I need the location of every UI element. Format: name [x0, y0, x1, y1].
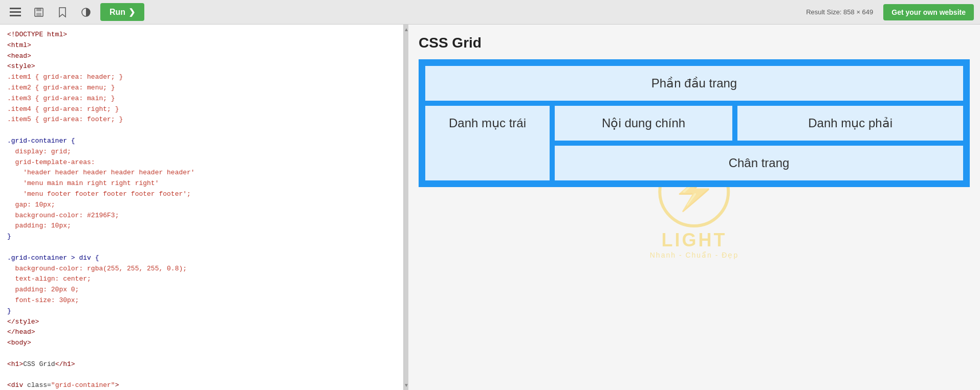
menu-icon-button[interactable] [6, 3, 25, 21]
editor-panel[interactable]: <!DOCTYPE html> <html> <head> <style> .i… [0, 25, 404, 390]
result-size-label: Result Size: 858 × 649 [806, 8, 873, 16]
run-button[interactable]: Run ❯ [100, 3, 144, 21]
run-label: Run [110, 8, 125, 17]
grid-item-menu: Danh mục trái [425, 106, 550, 180]
watermark-subtext: Nhanh - Chuẩn - Đẹp [650, 251, 739, 259]
grid-item-footer: Chân trang [555, 146, 963, 180]
run-arrow: ❯ [128, 7, 135, 17]
contrast-icon [81, 7, 91, 17]
css-grid-demo: Phần đầu trang Danh mục trái Nội dung ch… [419, 59, 970, 187]
grid-item-header: Phần đầu trang [425, 66, 963, 101]
bookmark-icon [57, 7, 68, 18]
bookmark-icon-button[interactable] [53, 3, 72, 21]
preview-content: CSS Grid Phần đầu trang Danh mục trái Nộ… [419, 35, 970, 187]
svg-rect-0 [10, 8, 21, 9]
grid-item-main: Nội dung chính [555, 106, 732, 141]
preview-title: CSS Grid [419, 35, 970, 51]
svg-rect-2 [10, 15, 21, 16]
save-icon [34, 7, 44, 17]
get-website-button[interactable]: Get your own website [883, 4, 974, 20]
main-area: <!DOCTYPE html> <html> <head> <style> .i… [0, 25, 980, 390]
toolbar: Run ❯ Result Size: 858 × 649 Get your ow… [0, 0, 980, 25]
svg-rect-4 [36, 8, 41, 11]
hamburger-icon [10, 8, 21, 17]
panel-divider: ▲ ▼ [404, 25, 408, 390]
save-icon-button[interactable] [30, 3, 48, 21]
editor-content: <!DOCTYPE html> <html> <head> <style> .i… [0, 25, 403, 390]
watermark-brand-text: LIGHT [662, 230, 727, 251]
svg-rect-1 [10, 11, 21, 13]
grid-item-right: Danh mục phải [737, 106, 963, 141]
contrast-icon-button[interactable] [77, 3, 95, 21]
svg-rect-5 [36, 13, 41, 16]
preview-panel: ⚡ LIGHT Nhanh - Chuẩn - Đẹp CSS Grid Phầ… [408, 25, 980, 390]
